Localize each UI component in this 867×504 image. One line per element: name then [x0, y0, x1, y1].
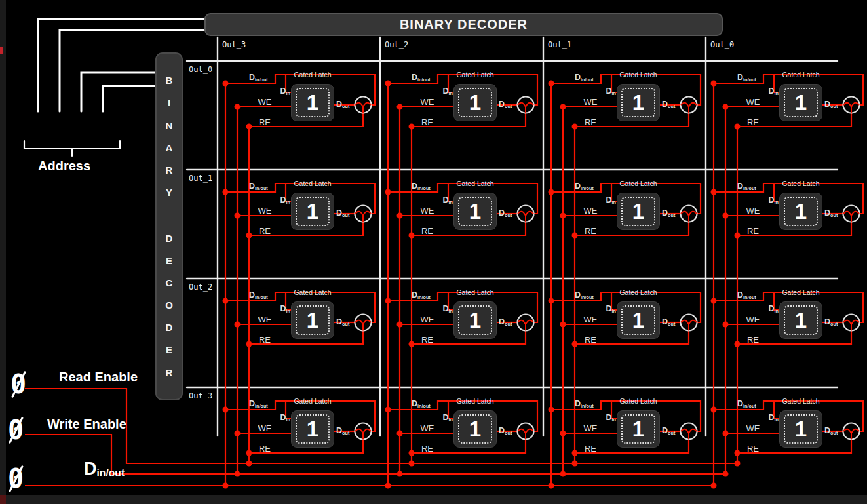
gated-latch-chip[interactable]: 1 — [453, 410, 497, 448]
gated-latch-chip[interactable]: 1 — [617, 301, 660, 339]
cell-dinout-label: Din/out — [249, 400, 268, 408]
cell-re-label: RE — [581, 118, 600, 126]
row-label: Out_2 — [189, 282, 212, 292]
gated-latch-cell-r3-c3: Gated Latch Din/out Din WE RE Dout 1 — [706, 387, 867, 496]
cell-din-label: Din — [762, 196, 779, 204]
cell-we-label: WE — [744, 315, 762, 324]
decoder-letter: Y — [166, 187, 172, 197]
latch-stored-bit: 1 — [307, 92, 318, 113]
gated-latch-chip[interactable]: 1 — [453, 193, 497, 230]
cell-we-label: WE — [418, 424, 436, 433]
column-label: Out_3 — [222, 40, 246, 49]
cell-re-label: RE — [581, 227, 600, 235]
latch-stored-bit: 1 — [795, 418, 807, 440]
gated-latch-title: Gated Latch — [440, 180, 510, 187]
cell-dout-label: Dout — [499, 427, 512, 435]
decoder-letter: I — [168, 98, 170, 107]
cell-re-label: RE — [744, 336, 762, 344]
cell-dout-label: Dout — [499, 209, 512, 218]
memory-array-diagram: BINARY DECODER BINARYDECODER Address 0 R… — [0, 0, 867, 504]
column-label: Out_1 — [548, 40, 571, 49]
cell-din-label: Din — [274, 414, 290, 422]
cell-dinout-label: Din/out — [412, 291, 431, 300]
gated-latch-chip[interactable]: 1 — [291, 84, 334, 121]
gated-latch-chip[interactable]: 1 — [617, 193, 660, 230]
cell-dout-label: Dout — [336, 100, 349, 109]
read-enable-zero-toggle[interactable]: 0 — [10, 371, 26, 397]
cell-dout-label: Dout — [336, 427, 349, 435]
cell-dinout-label: Din/out — [737, 400, 756, 408]
cell-we-label: WE — [581, 315, 600, 324]
gated-latch-chip[interactable]: 1 — [291, 193, 334, 230]
gated-latch-chip[interactable]: 1 — [617, 84, 660, 121]
din-out-label: Din/out — [84, 459, 125, 479]
cell-we-label: WE — [256, 206, 274, 215]
gated-latch-title: Gated Latch — [278, 398, 347, 405]
gated-latch-title: Gated Latch — [766, 289, 836, 296]
gated-latch-chip[interactable]: 1 — [291, 410, 334, 448]
latch-stored-bit: 1 — [469, 309, 481, 331]
cell-re-label: RE — [418, 118, 436, 126]
cell-we-label: WE — [744, 98, 762, 106]
decoder-letter: O — [165, 300, 173, 310]
gated-latch-title: Gated Latch — [440, 71, 510, 79]
din-out-zero-toggle[interactable]: 0 — [8, 465, 24, 492]
gated-latch-cell-r2-c0: Gated Latch Din/out Din WE RE Dout 1 — [218, 279, 380, 387]
latch-value-box: 1 — [296, 414, 330, 444]
cell-re-label: RE — [744, 444, 762, 453]
gated-latch-cell-r3-c0: Gated Latch Din/out Din WE RE Dout 1 — [218, 387, 380, 496]
cell-dout-label: Dout — [336, 318, 349, 326]
cell-din-label: Din — [436, 414, 453, 422]
gated-latch-chip[interactable]: 1 — [453, 301, 497, 339]
read-enable-label: Read Enable — [59, 370, 138, 385]
decoder-letter: E — [166, 256, 172, 265]
cell-re-label: RE — [744, 118, 762, 126]
gated-latch-title: Gated Latch — [766, 180, 836, 187]
gated-latch-chip[interactable]: 1 — [453, 84, 497, 121]
latch-value-box: 1 — [621, 197, 655, 226]
address-wire-2 — [81, 73, 155, 111]
cell-dout-label: Dout — [824, 318, 838, 326]
latch-stored-bit: 1 — [469, 201, 481, 222]
gated-latch-cell-r2-c1: Gated Latch Din/out Din WE RE Dout 1 — [380, 279, 543, 387]
cell-re-label: RE — [256, 118, 274, 126]
cell-we-label: WE — [418, 98, 436, 106]
gated-latch-cell-r1-c0: Gated Latch Din/out Din WE RE Dout 1 — [218, 170, 380, 279]
cell-dinout-label: Din/out — [249, 291, 268, 300]
cell-din-label: Din — [600, 196, 616, 204]
latch-stored-bit: 1 — [307, 201, 318, 222]
gated-latch-chip[interactable]: 1 — [291, 301, 334, 339]
column-label: Out_0 — [710, 40, 734, 49]
gated-latch-title: Gated Latch — [278, 180, 347, 187]
address-label: Address — [38, 159, 90, 174]
cell-re-label: RE — [581, 444, 600, 453]
gated-latch-cell-r1-c1: Gated Latch Din/out Din WE RE Dout 1 — [380, 170, 543, 279]
gated-latch-cell-r3-c2: Gated Latch Din/out Din WE RE Dout 1 — [543, 387, 706, 496]
latch-value-box: 1 — [296, 305, 330, 335]
latch-value-box: 1 — [784, 414, 818, 444]
decoder-letter: R — [166, 165, 173, 175]
decoder-letter: C — [166, 278, 173, 288]
left-binary-decoder[interactable]: BINARYDECODER — [155, 52, 183, 400]
top-binary-decoder[interactable]: BINARY DECODER — [204, 13, 723, 36]
cell-dout-label: Dout — [499, 318, 512, 326]
cell-dinout-label: Din/out — [575, 291, 594, 300]
cell-we-label: WE — [744, 206, 762, 215]
latch-stored-bit: 1 — [632, 418, 644, 440]
gated-latch-chip[interactable]: 1 — [779, 301, 822, 339]
latch-stored-bit: 1 — [632, 201, 644, 222]
gated-latch-chip[interactable]: 1 — [779, 410, 822, 448]
cell-din-label: Din — [762, 305, 779, 313]
top-binary-decoder-label: BINARY DECODER — [400, 17, 528, 32]
cell-dout-label: Dout — [336, 209, 349, 218]
gated-latch-chip[interactable]: 1 — [779, 193, 822, 230]
cell-dinout-label: Din/out — [737, 73, 756, 82]
cell-din-label: Din — [436, 196, 453, 204]
gated-latch-chip[interactable]: 1 — [617, 410, 660, 448]
cell-dinout-label: Din/out — [575, 73, 594, 82]
write-enable-zero-toggle[interactable]: 0 — [8, 417, 24, 443]
latch-value-box: 1 — [621, 414, 655, 444]
gated-latch-chip[interactable]: 1 — [779, 84, 822, 121]
latch-value-box: 1 — [621, 88, 655, 117]
cell-we-label: WE — [256, 424, 274, 433]
